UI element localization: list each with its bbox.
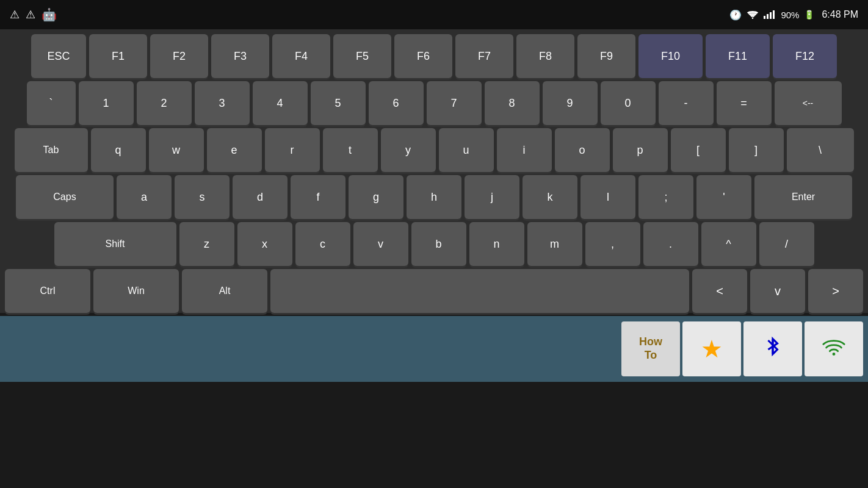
key-close-bracket[interactable]: ] [729,128,784,172]
battery-icon: 🔋 [804,10,814,20]
key-open-bracket[interactable]: [ [671,128,726,172]
key-row-asdf: Caps a s d f g h j k l ; ' Enter [5,175,863,219]
bottom-toolbar: HowTo ★ [0,316,868,382]
key-x[interactable]: x [237,222,292,266]
status-left: ⚠ ⚠ 🤖 [10,7,57,22]
key-f4[interactable]: F4 [272,34,330,78]
key-caret[interactable]: ^ [701,222,756,266]
key-row-qwerty: Tab q w e r t y u i o p [ ] \ [5,128,863,172]
key-q[interactable]: q [91,128,146,172]
key-c[interactable]: c [295,222,350,266]
key-f2[interactable]: F2 [150,34,208,78]
key-p[interactable]: p [613,128,668,172]
key-e[interactable]: e [207,128,262,172]
key-slash[interactable]: / [759,222,814,266]
warning-icon-1: ⚠ [10,8,20,21]
key-left-arrow[interactable]: < [692,269,747,313]
status-bar: ⚠ ⚠ 🤖 🕐 90% 🔋 6:48 PM [0,0,868,29]
key-v[interactable]: v [353,222,408,266]
key-3[interactable]: 3 [195,81,250,125]
key-u[interactable]: u [439,128,494,172]
key-h[interactable]: h [407,175,461,219]
key-f9[interactable]: F9 [577,34,635,78]
key-0[interactable]: 0 [601,81,656,125]
key-m[interactable]: m [527,222,582,266]
how-to-button[interactable]: HowTo [621,321,680,376]
key-o[interactable]: o [555,128,610,172]
key-g[interactable]: g [349,175,403,219]
key-f[interactable]: f [291,175,345,219]
android-icon: 🤖 [42,7,57,22]
battery-percent: 90% [781,10,799,20]
key-y[interactable]: y [381,128,436,172]
svg-point-0 [752,17,754,19]
key-r[interactable]: r [265,128,320,172]
key-9[interactable]: 9 [543,81,598,125]
key-f6[interactable]: F6 [394,34,452,78]
favorites-button[interactable]: ★ [682,321,741,376]
key-right-arrow[interactable]: > [808,269,863,313]
key-n[interactable]: n [469,222,524,266]
key-minus[interactable]: - [659,81,714,125]
key-f7[interactable]: F7 [455,34,513,78]
key-row-zxcv: Shift z x c v b n m , . ^ / [5,222,863,266]
key-backtick[interactable]: ` [27,81,76,125]
key-semicolon[interactable]: ; [638,175,693,219]
how-to-text: HowTo [639,336,662,362]
key-1[interactable]: 1 [79,81,134,125]
key-row-function: ESC F1 F2 F3 F4 F5 F6 F7 F8 F9 F10 F11 F… [5,34,863,78]
star-icon: ★ [701,335,723,363]
key-enter[interactable]: Enter [754,175,852,219]
key-b[interactable]: b [411,222,466,266]
key-5[interactable]: 5 [311,81,366,125]
key-comma[interactable]: , [585,222,640,266]
key-w[interactable]: w [149,128,204,172]
clock-icon: 🕐 [729,9,742,21]
key-a[interactable]: a [117,175,172,219]
key-j[interactable]: j [465,175,519,219]
wifi-icon-status [747,9,759,21]
bluetooth-button[interactable] [743,321,802,376]
key-space[interactable] [270,269,689,313]
key-backspace[interactable]: <-- [775,81,842,125]
key-6[interactable]: 6 [369,81,424,125]
key-f8[interactable]: F8 [516,34,574,78]
key-ctrl[interactable]: Ctrl [5,269,90,313]
key-s[interactable]: s [175,175,230,219]
key-2[interactable]: 2 [137,81,192,125]
key-f11[interactable]: F11 [706,34,770,78]
status-right: 🕐 90% 🔋 6:48 PM [729,9,858,21]
key-f5[interactable]: F5 [333,34,391,78]
key-7[interactable]: 7 [427,81,482,125]
key-i[interactable]: i [497,128,552,172]
key-8[interactable]: 8 [485,81,540,125]
signal-icon [764,10,775,19]
key-down-arrow[interactable]: v [750,269,805,313]
key-f12[interactable]: F12 [773,34,837,78]
key-period[interactable]: . [643,222,698,266]
key-d[interactable]: d [233,175,288,219]
key-f1[interactable]: F1 [89,34,147,78]
keyboard-area: ESC F1 F2 F3 F4 F5 F6 F7 F8 F9 F10 F11 F… [0,29,868,313]
key-win[interactable]: Win [93,269,179,313]
key-shift[interactable]: Shift [54,222,176,266]
key-backslash[interactable]: \ [787,128,854,172]
key-quote[interactable]: ' [696,175,751,219]
key-esc[interactable]: ESC [31,34,86,78]
key-f10[interactable]: F10 [638,34,703,78]
wifi-button[interactable] [805,321,863,376]
key-caps[interactable]: Caps [16,175,114,219]
key-row-numbers: ` 1 2 3 4 5 6 7 8 9 0 - = <-- [5,81,863,125]
key-t[interactable]: t [323,128,378,172]
key-row-bottom: Ctrl Win Alt < v > [5,269,863,313]
key-equals[interactable]: = [717,81,772,125]
key-alt[interactable]: Alt [182,269,267,313]
key-z[interactable]: z [179,222,234,266]
key-k[interactable]: k [523,175,577,219]
key-4[interactable]: 4 [253,81,308,125]
time-display: 6:48 PM [822,9,858,20]
svg-point-2 [833,353,836,356]
key-f3[interactable]: F3 [211,34,269,78]
key-tab[interactable]: Tab [15,128,88,172]
key-l[interactable]: l [580,175,635,219]
